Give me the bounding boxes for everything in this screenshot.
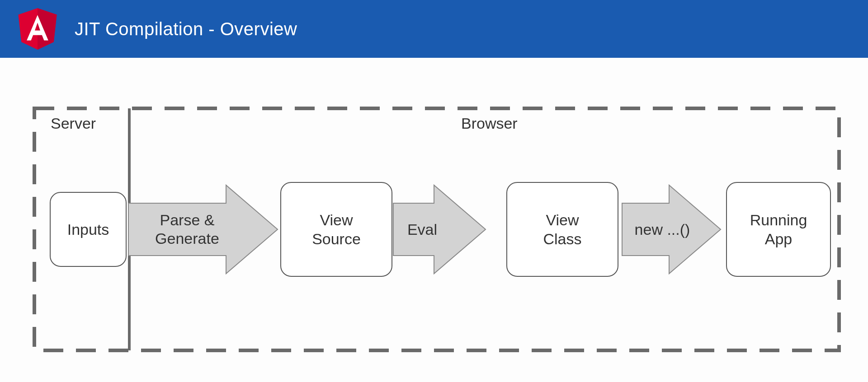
box-running-app-label: RunningApp (750, 210, 807, 249)
box-inputs-label: Inputs (67, 220, 109, 239)
box-running-app: RunningApp (726, 182, 831, 277)
angular-logo-icon (18, 8, 57, 50)
box-view-class-label: ViewClass (543, 210, 581, 249)
diagram-stage: Server Browser Inputs ViewSource ViewCla… (0, 58, 868, 382)
slide-title: JIT Compilation - Overview (75, 19, 297, 39)
arrow-eval (393, 185, 486, 274)
box-view-source: ViewSource (280, 182, 392, 277)
arrow-new (622, 185, 721, 274)
box-inputs: Inputs (50, 192, 127, 267)
region-label-server: Server (51, 115, 96, 132)
slide-header: JIT Compilation - Overview (0, 0, 868, 58)
region-label-browser: Browser (461, 115, 518, 132)
box-view-class: ViewClass (506, 182, 618, 277)
box-view-source-label: ViewSource (312, 210, 361, 249)
arrow-parse-generate (128, 185, 278, 274)
